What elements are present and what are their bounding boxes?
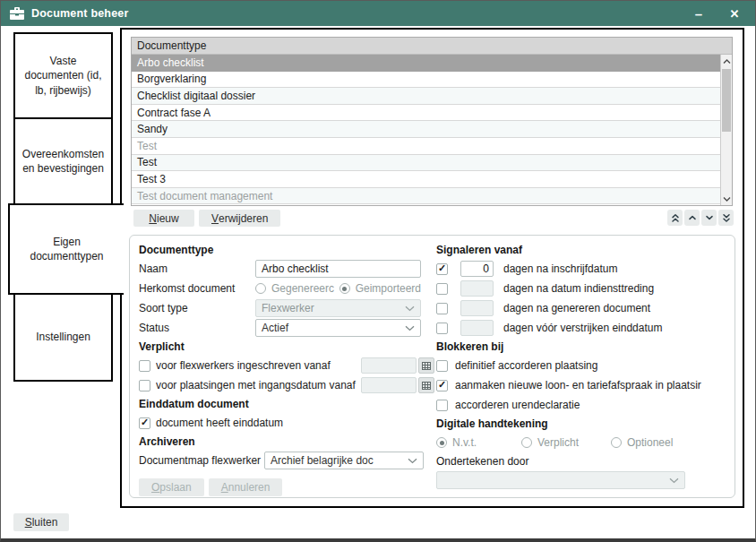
einddatum-label: document heeft einddatum	[156, 417, 283, 429]
list-column-header[interactable]: Documenttype	[132, 38, 732, 55]
documentmap-label: Documentmap flexwerker	[139, 454, 264, 467]
ondertekenen-select	[436, 471, 685, 489]
move-down-icon	[705, 214, 714, 221]
radio-verplicht: Verplicht	[521, 436, 611, 449]
documentmap-select[interactable]: Archief belagrijke doc	[264, 452, 424, 469]
checkbox[interactable]	[436, 303, 448, 314]
naam-row: Naam Arbo checklist	[139, 259, 434, 279]
list-item[interactable]: Test	[132, 138, 720, 155]
scroll-down-icon[interactable]	[721, 193, 732, 204]
move-first-button[interactable]	[667, 210, 683, 226]
checkbox[interactable]	[436, 380, 448, 391]
list-item[interactable]: Checklist digitaal dossier	[132, 88, 720, 105]
checkbox[interactable]	[436, 360, 448, 372]
signaleren-row: 0dagen na inschrijfdatum	[436, 259, 729, 279]
days-input[interactable]: 0	[460, 261, 494, 277]
tab-overeenkomsten[interactable]: Overeenkomsten en bevestigingen	[13, 117, 113, 205]
radio-label: Verplicht	[537, 436, 579, 449]
checkbox[interactable]	[436, 323, 448, 334]
list-item[interactable]: Borgverklaring	[132, 72, 720, 89]
delete-button[interactable]: Verwijderen	[199, 210, 280, 227]
verplicht-rows: voor flexwerkers ingeschreven vanafvoor …	[139, 356, 434, 395]
calendar-button[interactable]	[418, 357, 434, 374]
checkbox-label: aanmaken nieuwe loon- en tariefafspraak …	[455, 379, 729, 391]
move-first-icon	[671, 213, 680, 223]
calendar-button[interactable]	[418, 377, 434, 393]
move-up-button[interactable]	[684, 210, 700, 226]
einddatum-checkbox[interactable]	[139, 417, 150, 429]
section-einddatum: Einddatum document	[139, 395, 434, 413]
form-buttons: Opslaan Annuleren	[139, 478, 434, 496]
documenttype-list: Documenttype Arbo checklistBorgverklarin…	[131, 37, 733, 206]
close-button[interactable]: ✕	[723, 4, 746, 23]
date-input	[361, 357, 417, 374]
radio-icon	[255, 283, 266, 294]
chevron-down-icon	[405, 305, 415, 312]
radio-icon	[339, 283, 350, 294]
checkbox-label: definitief accorderen plaatsing	[455, 359, 729, 372]
radio-label: N.v.t.	[452, 436, 477, 449]
close-dialog-button[interactable]: Sluiten	[13, 513, 69, 531]
radio-icon	[611, 437, 622, 448]
checkbox[interactable]	[139, 360, 150, 372]
form-left-column: Documenttype Naam Arbo checklist Herkoms…	[139, 241, 434, 496]
blokkeren-row: accorderen urendeclaratie	[436, 395, 729, 415]
cancel-button: Annuleren	[209, 478, 283, 496]
document-beheer-window: Document beheer – ✕ Vaste documenten (id…	[0, 0, 756, 542]
move-last-button[interactable]	[718, 210, 734, 226]
chevron-down-icon	[669, 477, 679, 484]
save-button: Opslaan	[139, 478, 204, 496]
days-input	[460, 300, 494, 316]
minimize-button[interactable]: –	[687, 4, 710, 23]
list-item[interactable]: Test	[132, 155, 720, 172]
checkbox-label: accorderen urendeclaratie	[455, 399, 729, 411]
einddatum-row: document heeft einddatum	[139, 413, 434, 433]
list-item[interactable]: Arbo checklist	[132, 55, 720, 72]
tab-vaste-documenten[interactable]: Vaste documenten (id, lb, rijbewijs)	[13, 32, 113, 119]
list-item[interactable]: Contract fase A	[132, 105, 720, 122]
tab-label: Vaste documenten (id, lb, rijbewijs)	[21, 54, 106, 98]
move-up-icon	[688, 214, 697, 221]
tab-label: Instellingen	[36, 330, 90, 344]
status-select[interactable]: Actief	[255, 319, 421, 337]
section-blokkeren: Blokkeren bij	[436, 338, 729, 356]
calendar-grid-icon	[422, 362, 431, 370]
list-item[interactable]: Test 3	[132, 171, 720, 188]
checkbox[interactable]	[436, 400, 448, 411]
chevron-down-icon	[408, 458, 417, 464]
signaleren-row: dagen na genereren document	[436, 298, 729, 318]
soort-type-label: Soort type	[139, 302, 255, 314]
radio-label: Geimporteerd	[356, 282, 421, 295]
date-input	[361, 377, 417, 393]
select-value: Actief	[262, 322, 288, 334]
toolbox-icon	[10, 7, 24, 20]
list-scrollbar[interactable]	[720, 55, 732, 205]
tab-label: Eigen documenttypen	[15, 235, 118, 263]
naam-input[interactable]: Arbo checklist	[255, 260, 421, 278]
tab-label: Overeenkomsten en bevestigingen	[21, 147, 106, 176]
checkbox-label: dagen na inschrijfdatum	[503, 262, 617, 275]
checkbox[interactable]	[436, 263, 448, 275]
naam-label: Naam	[139, 262, 255, 275]
radio-label: Optioneel	[627, 436, 673, 449]
checkbox[interactable]	[436, 283, 448, 295]
blokkeren-row: definitief accorderen plaatsing	[436, 356, 729, 375]
handtekening-radio-group: N.v.t. Verplicht Optioneel	[436, 433, 729, 452]
status-label: Status	[139, 322, 255, 334]
list-item[interactable]: Sandy	[132, 121, 720, 138]
soort-type-row: Soort type Flexwerker	[139, 298, 434, 318]
scrollbar-thumb[interactable]	[722, 69, 731, 132]
radio-geimporteerd: Geimporteerd	[339, 282, 421, 295]
tab-eigen-documenttypen[interactable]: Eigen documenttypen	[8, 203, 124, 295]
checkbox[interactable]	[139, 380, 150, 391]
select-value: Archief belagrijke doc	[271, 454, 374, 467]
herkomst-label: Herkomst document	[139, 282, 255, 295]
move-down-button[interactable]	[701, 210, 717, 226]
checkbox-label: voor flexwerkers ingeschreven vanaf	[156, 359, 361, 372]
chevron-down-icon	[405, 325, 415, 331]
new-button[interactable]: Nieuw	[133, 210, 194, 227]
blokkeren-rows: definitief accorderen plaatsingaanmaken …	[436, 356, 729, 415]
scroll-up-icon[interactable]	[721, 56, 732, 67]
list-item[interactable]: Test document management	[132, 188, 720, 205]
tab-instellingen[interactable]: Instellingen	[13, 293, 113, 382]
